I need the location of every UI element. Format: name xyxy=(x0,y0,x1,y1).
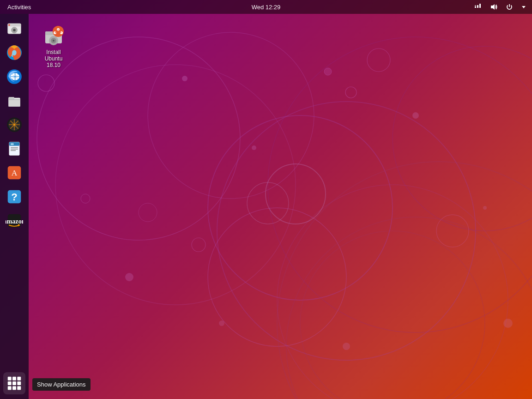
sidebar-item-disk-utility[interactable] xyxy=(3,18,25,40)
svg-point-18 xyxy=(286,217,532,399)
svg-rect-32 xyxy=(477,5,478,8)
svg-rect-48 xyxy=(8,99,20,100)
sidebar-item-writer[interactable] xyxy=(3,138,25,160)
svg-point-28 xyxy=(343,343,350,350)
activities-button[interactable]: Activities xyxy=(4,0,35,14)
svg-point-3 xyxy=(208,115,393,300)
power-icon[interactable] xyxy=(503,2,515,12)
topbar-left: Activities xyxy=(4,0,35,14)
svg-point-23 xyxy=(252,145,256,150)
sidebar-item-thunderbird[interactable] xyxy=(3,66,25,88)
show-applications-button[interactable] xyxy=(3,372,25,394)
svg-rect-72 xyxy=(12,381,16,385)
sidebar-item-help[interactable]: ? xyxy=(3,186,25,208)
install-ubuntu-icon[interactable]: Install Ubuntu 18.10 xyxy=(42,23,66,69)
sidebar-item-firefox[interactable] xyxy=(3,42,25,64)
svg-rect-61 xyxy=(11,144,13,145)
svg-rect-75 xyxy=(12,386,16,390)
topbar: Activities Wed 12:29 xyxy=(0,0,532,14)
system-menu-arrow[interactable] xyxy=(519,3,528,11)
sidebar-item-files[interactable] xyxy=(3,90,25,112)
svg-point-11 xyxy=(345,87,357,98)
svg-rect-74 xyxy=(8,386,12,390)
svg-rect-69 xyxy=(12,377,16,381)
svg-rect-58 xyxy=(11,149,18,150)
svg-point-15 xyxy=(81,194,90,203)
svg-rect-41 xyxy=(8,24,10,26)
sidebar-item-amazon[interactable]: amazon xyxy=(3,210,25,232)
topbar-datetime[interactable]: Wed 12:29 xyxy=(252,4,281,11)
svg-rect-57 xyxy=(11,147,18,148)
svg-point-53 xyxy=(13,124,15,125)
svg-point-0 xyxy=(37,37,240,240)
svg-point-24 xyxy=(412,112,419,119)
svg-point-27 xyxy=(219,320,224,326)
svg-rect-76 xyxy=(17,386,21,390)
svg-point-20 xyxy=(266,164,326,224)
svg-rect-30 xyxy=(475,6,476,8)
svg-rect-68 xyxy=(8,377,12,381)
svg-point-17 xyxy=(277,162,532,399)
svg-point-14 xyxy=(139,203,157,222)
svg-point-2 xyxy=(55,65,296,305)
svg-point-4 xyxy=(217,102,476,360)
svg-rect-59 xyxy=(11,150,16,151)
svg-point-81 xyxy=(53,40,54,42)
sidebar: A ? amazon xyxy=(0,14,29,399)
sidebar-item-software-center[interactable]: A xyxy=(3,162,25,184)
svg-point-12 xyxy=(324,68,332,75)
svg-rect-71 xyxy=(8,381,12,385)
network-icon[interactable] xyxy=(472,2,484,12)
svg-point-19 xyxy=(300,231,485,399)
volume-icon[interactable] xyxy=(488,2,500,12)
install-ubuntu-icon-image xyxy=(42,23,66,47)
svg-marker-35 xyxy=(522,6,526,8)
svg-text:?: ? xyxy=(11,191,18,203)
svg-point-8 xyxy=(393,46,532,231)
svg-rect-33 xyxy=(479,4,481,8)
svg-point-10 xyxy=(367,48,390,72)
desktop xyxy=(0,0,532,399)
install-ubuntu-label: Install Ubuntu 18.10 xyxy=(43,48,65,69)
svg-point-82 xyxy=(53,26,64,37)
svg-point-13 xyxy=(192,238,206,252)
svg-text:amazon: amazon xyxy=(6,218,23,225)
svg-rect-31 xyxy=(475,5,476,6)
svg-point-26 xyxy=(125,273,133,281)
svg-rect-70 xyxy=(17,377,21,381)
svg-point-9 xyxy=(38,75,54,91)
topbar-right xyxy=(472,2,528,12)
sidebar-item-rhythmbox[interactable] xyxy=(3,114,25,136)
svg-point-25 xyxy=(483,206,487,210)
svg-point-29 xyxy=(503,319,513,328)
svg-point-22 xyxy=(182,76,187,81)
show-applications-tooltip: Show Applications xyxy=(32,378,91,391)
svg-marker-34 xyxy=(491,4,495,10)
svg-rect-73 xyxy=(17,381,21,385)
svg-point-40 xyxy=(14,30,15,30)
svg-text:A: A xyxy=(12,168,18,177)
